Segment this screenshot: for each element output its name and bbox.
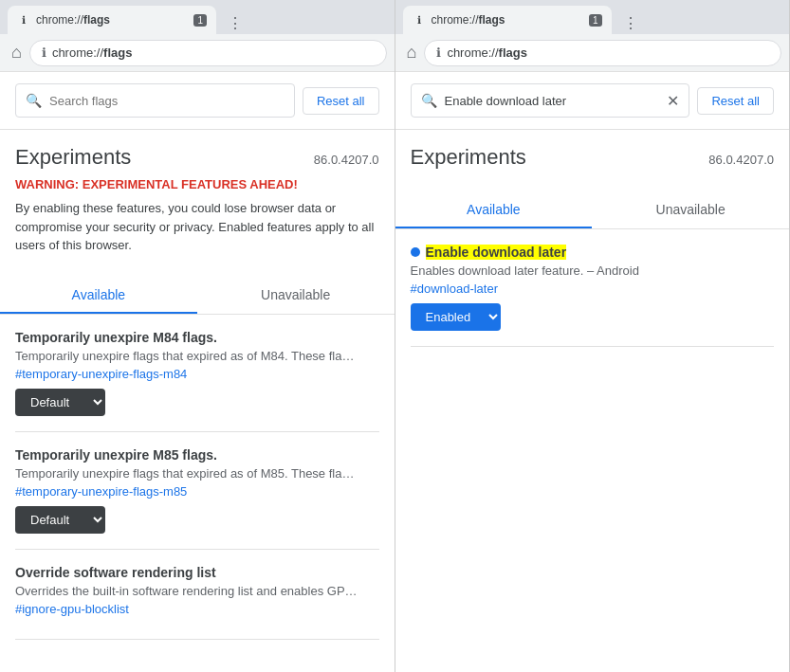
left-flag-item-2: Temporarily unexpire M85 flags. Temporar… — [15, 432, 379, 550]
right-address-bar[interactable]: ℹ chrome://flags — [424, 40, 781, 66]
right-search-clear-button[interactable]: ✕ — [667, 92, 679, 110]
right-version: 86.0.4207.0 — [708, 153, 774, 167]
right-flag-select[interactable]: Default Enabled Disabled — [411, 303, 501, 331]
right-flag-desc: Enables download later feature. – Androi… — [411, 263, 775, 278]
right-reset-button[interactable]: Reset all — [697, 87, 774, 115]
left-experiments-title-row: Experiments 86.0.4207.0 — [15, 145, 379, 170]
right-flag-title-row: Enable download later — [411, 245, 775, 260]
left-tab-bar: ℹ chrome://flags 1 ⋮ — [0, 0, 395, 34]
right-tab-url-prefix: chrome:// — [432, 13, 479, 27]
left-flag-item-3: Override software rendering list Overrid… — [15, 550, 379, 640]
left-search-icon: 🔍 — [26, 93, 42, 108]
left-tab-url-prefix: chrome:// — [36, 13, 83, 27]
left-address-url: chrome://flags — [52, 45, 133, 60]
right-chrome-window: ℹ chrome://flags 1 ⋮ ⌂ ℹ chrome://flags … — [395, 0, 791, 672]
right-search-icon: 🔍 — [421, 93, 437, 108]
right-search-input[interactable] — [445, 94, 660, 108]
left-tab[interactable]: ℹ chrome://flags 1 — [8, 6, 216, 34]
left-experiments-header: Experiments 86.0.4207.0 WARNING: EXPERIM… — [0, 130, 395, 263]
right-tab-menu-icon[interactable]: ⋮ — [617, 12, 644, 34]
left-flag-link-1[interactable]: #temporary-unexpire-flags-m84 — [15, 367, 379, 381]
left-experiments-title: Experiments — [15, 145, 131, 170]
left-search-area: 🔍 Reset all — [0, 72, 395, 130]
right-experiments-title: Experiments — [411, 145, 526, 170]
right-address-url: chrome://flags — [447, 45, 527, 60]
right-tab-counter: 1 — [589, 14, 602, 27]
right-flag-highlight: Enable download later — [426, 245, 567, 260]
left-flag-title-1: Temporarily unexpire M84 flags. — [15, 330, 379, 345]
right-flag-item-download-later: Enable download later Enables download l… — [411, 229, 775, 347]
right-experiments-title-row: Experiments 86.0.4207.0 — [411, 145, 775, 170]
left-content: 🔍 Reset all Experiments 86.0.4207.0 WARN… — [0, 72, 395, 672]
left-flag-link-2[interactable]: #temporary-unexpire-flags-m85 — [15, 484, 379, 499]
right-search-box[interactable]: 🔍 ✕ — [411, 83, 690, 118]
right-flag-title: Enable download later — [426, 245, 567, 260]
left-flag-select-2[interactable]: Default Enabled Disabled — [15, 506, 105, 534]
right-tab-available[interactable]: Available — [395, 192, 593, 228]
left-address-url-bold: flags — [103, 45, 132, 60]
left-tab-counter: 1 — [193, 14, 207, 27]
left-flag-item-1: Temporarily unexpire M84 flags. Temporar… — [15, 315, 379, 432]
right-tab-bar: ℹ chrome://flags 1 ⋮ — [395, 0, 790, 34]
right-tab-url: chrome://flags — [432, 13, 505, 27]
left-flag-desc-2: Temporarily unexpire flags that expired … — [15, 466, 379, 481]
right-experiments-header: Experiments 86.0.4207.0 — [395, 130, 790, 177]
right-search-area: 🔍 ✕ Reset all — [395, 72, 790, 130]
right-tab-unavailable[interactable]: Unavailable — [592, 192, 789, 228]
left-version: 86.0.4207.0 — [314, 153, 379, 167]
left-address-info-icon: ℹ — [42, 45, 46, 60]
left-flag-desc-3: Overrides the built-in software renderin… — [15, 584, 379, 598]
left-flag-desc-1: Temporarily unexpire flags that expired … — [15, 349, 379, 363]
right-toolbar: ⌂ ℹ chrome://flags — [395, 34, 790, 72]
right-tab-url-bold: flags — [479, 13, 505, 27]
left-reset-button[interactable]: Reset all — [303, 87, 379, 115]
left-flag-select-1[interactable]: Default Enabled Disabled — [15, 389, 105, 416]
right-flags-list: Enable download later Enables download l… — [395, 229, 790, 347]
left-flag-link-3[interactable]: #ignore-gpu-blocklist — [15, 602, 379, 616]
left-tabs-nav: Available Unavailable — [0, 278, 395, 315]
left-tab-available[interactable]: Available — [0, 278, 197, 314]
left-flag-title-2: Temporarily unexpire M85 flags. — [15, 447, 379, 463]
left-toolbar: ⌂ ℹ chrome://flags — [0, 34, 395, 72]
right-tab[interactable]: ℹ chrome://flags 1 — [403, 6, 612, 34]
left-tab-menu-icon[interactable]: ⋮ — [222, 12, 248, 34]
left-chrome-window: ℹ chrome://flags 1 ⋮ ⌂ ℹ chrome://flags … — [0, 0, 395, 672]
right-tabs-nav: Available Unavailable — [395, 192, 790, 229]
right-flag-dot-icon — [411, 247, 420, 257]
right-tab-info-icon: ℹ — [413, 13, 426, 27]
right-address-url-bold: flags — [499, 45, 527, 60]
right-address-info-icon: ℹ — [436, 45, 441, 60]
left-tab-unavailable[interactable]: Unavailable — [197, 278, 395, 314]
right-home-icon[interactable]: ⌂ — [403, 39, 421, 66]
left-warning: WARNING: EXPERIMENTAL FEATURES AHEAD! — [15, 177, 379, 191]
left-search-input[interactable] — [49, 94, 285, 108]
left-tab-url-bold: flags — [83, 13, 110, 27]
left-home-icon[interactable]: ⌂ — [8, 39, 26, 66]
left-flags-list: Temporarily unexpire M84 flags. Temporar… — [0, 315, 395, 640]
right-flag-link[interactable]: #download-later — [411, 282, 775, 296]
left-description: By enabling these features, you could lo… — [15, 199, 379, 255]
left-tab-info-icon: ℹ — [17, 13, 30, 27]
left-tab-url: chrome://flags — [36, 13, 110, 27]
left-address-bar[interactable]: ℹ chrome://flags — [29, 40, 387, 66]
left-flag-title-3: Override software rendering list — [15, 565, 379, 580]
left-search-box[interactable]: 🔍 — [15, 83, 295, 118]
right-content: 🔍 ✕ Reset all Experiments 86.0.4207.0 Av… — [395, 72, 790, 672]
